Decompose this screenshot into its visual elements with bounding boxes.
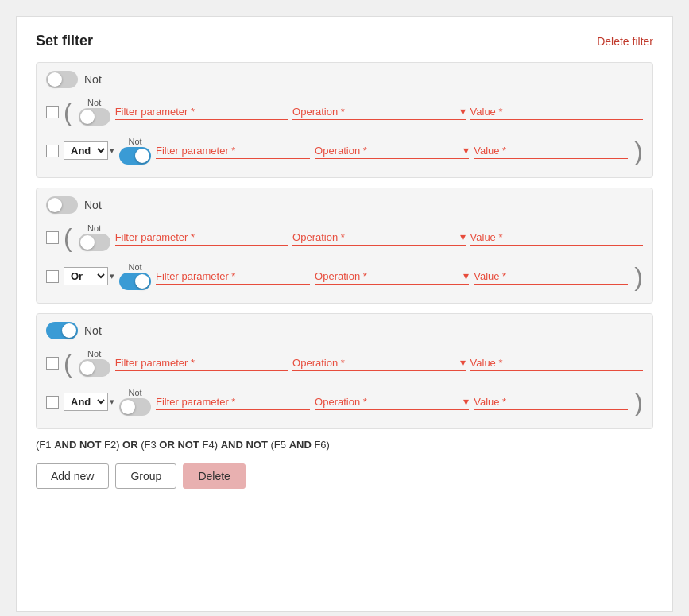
filter-param-input-3-2[interactable] bbox=[156, 394, 310, 410]
filter-groups-container: Not(NotOperation *▾AndOr▾NotOperation *▾… bbox=[36, 62, 653, 429]
panel-title: Set filter bbox=[36, 33, 93, 49]
group-3-not-toggle[interactable] bbox=[46, 322, 78, 339]
row-not-label-3-1: Not bbox=[87, 349, 101, 358]
operation-wrap-1-1: Operation *▾ bbox=[292, 104, 465, 120]
connector-arrow-icon: ▾ bbox=[110, 397, 114, 407]
row-not-wrap-2-2: Not bbox=[119, 262, 151, 290]
filter-param-input-2-2[interactable] bbox=[156, 269, 310, 285]
row-checkbox-2-2[interactable] bbox=[46, 270, 59, 283]
connector-select-2-2[interactable]: AndOr bbox=[64, 267, 108, 285]
formula-text: (F1 AND NOT F2) OR (F3 OR NOT F4) AND NO… bbox=[36, 439, 330, 451]
row-not-label-3-2: Not bbox=[128, 388, 141, 397]
operation-arrow-icon: ▾ bbox=[463, 144, 469, 157]
filter-param-input-3-1[interactable] bbox=[115, 355, 288, 371]
filter-group-3: Not(NotOperation *▾AndOr▾NotOperation *▾… bbox=[36, 313, 653, 429]
row-checkbox-2-1[interactable] bbox=[46, 231, 59, 244]
operation-arrow-icon: ▾ bbox=[460, 356, 466, 369]
add-new-button[interactable]: Add new bbox=[36, 463, 109, 489]
row-not-toggle-3-2[interactable] bbox=[119, 398, 151, 416]
group-2-not-label: Not bbox=[84, 199, 102, 211]
filter-group-2: Not(NotOperation *▾AndOr▾NotOperation *▾… bbox=[36, 188, 653, 304]
filter-row-1-1: (NotOperation *▾ bbox=[46, 95, 643, 129]
paren-close-icon: ) bbox=[634, 389, 643, 415]
operation-arrow-icon: ▾ bbox=[460, 231, 466, 243]
value-input-1-1[interactable] bbox=[470, 104, 643, 120]
row-not-label-1-1: Not bbox=[87, 98, 101, 107]
row-not-toggle-2-2[interactable] bbox=[119, 273, 151, 290]
operation-select-3-2[interactable]: Operation * bbox=[315, 394, 463, 409]
row-not-wrap-3-1: Not bbox=[79, 349, 110, 377]
group-2-header: Not bbox=[46, 196, 643, 214]
row-checkbox-3-1[interactable] bbox=[46, 357, 59, 370]
operation-select-1-2[interactable]: Operation * bbox=[315, 143, 463, 158]
delete-filter-link[interactable]: Delete filter bbox=[597, 35, 653, 48]
filter-param-input-1-1[interactable] bbox=[115, 104, 288, 120]
row-not-label-2-2: Not bbox=[128, 262, 141, 272]
panel-header: Set filter Delete filter bbox=[36, 33, 653, 49]
paren-open-icon: ( bbox=[64, 99, 72, 125]
operation-select-1-1[interactable]: Operation * bbox=[292, 104, 459, 119]
operation-arrow-icon: ▾ bbox=[463, 269, 469, 282]
connector-dropdown-1-2: AndOr▾ bbox=[64, 141, 114, 160]
group-1-header: Not bbox=[46, 71, 643, 88]
operation-select-2-1[interactable]: Operation * bbox=[292, 230, 459, 245]
filter-row-2-1: (NotOperation *▾ bbox=[46, 220, 643, 254]
action-buttons: Add new Group Delete bbox=[36, 463, 653, 489]
connector-arrow-icon: ▾ bbox=[110, 271, 114, 281]
row-not-toggle-1-1[interactable] bbox=[79, 108, 110, 126]
operation-arrow-icon: ▾ bbox=[460, 105, 466, 118]
filter-param-input-1-2[interactable] bbox=[156, 143, 310, 159]
value-input-3-2[interactable] bbox=[474, 394, 628, 410]
row-not-toggle-2-1[interactable] bbox=[79, 234, 110, 251]
group-2-not-toggle[interactable] bbox=[46, 196, 78, 214]
value-input-2-2[interactable] bbox=[474, 269, 628, 285]
row-not-toggle-1-2[interactable] bbox=[119, 147, 151, 165]
operation-wrap-2-1: Operation *▾ bbox=[292, 230, 465, 246]
filter-param-input-2-1[interactable] bbox=[115, 230, 288, 246]
paren-close-icon: ) bbox=[634, 264, 643, 289]
row-not-label-1-2: Not bbox=[128, 137, 141, 146]
row-not-toggle-3-1[interactable] bbox=[79, 359, 110, 377]
row-not-wrap-1-1: Not bbox=[79, 98, 110, 126]
set-filter-panel: Set filter Delete filter Not(NotOperatio… bbox=[16, 16, 673, 612]
formula-display: (F1 AND NOT F2) OR (F3 OR NOT F4) AND NO… bbox=[36, 439, 653, 451]
operation-select-2-2[interactable]: Operation * bbox=[315, 269, 463, 284]
filter-row-3-2: AndOr▾NotOperation *▾) bbox=[46, 385, 643, 419]
paren-open-icon: ( bbox=[64, 225, 72, 250]
filter-row-1-2: AndOr▾NotOperation *▾) bbox=[46, 134, 643, 168]
operation-select-3-1[interactable]: Operation * bbox=[292, 355, 459, 370]
connector-select-1-2[interactable]: AndOr bbox=[64, 141, 108, 160]
connector-select-3-2[interactable]: AndOr bbox=[64, 393, 108, 411]
operation-wrap-2-2: Operation *▾ bbox=[315, 269, 469, 285]
delete-button[interactable]: Delete bbox=[183, 463, 245, 489]
group-3-not-label: Not bbox=[84, 324, 102, 337]
connector-arrow-icon: ▾ bbox=[110, 145, 114, 156]
paren-close-icon: ) bbox=[634, 138, 643, 164]
group-1-not-label: Not bbox=[84, 73, 102, 86]
connector-dropdown-3-2: AndOr▾ bbox=[64, 393, 114, 411]
group-1-not-toggle[interactable] bbox=[46, 71, 78, 88]
connector-dropdown-2-2: AndOr▾ bbox=[64, 267, 114, 285]
row-checkbox-1-1[interactable] bbox=[46, 106, 59, 118]
operation-wrap-3-1: Operation *▾ bbox=[292, 355, 465, 371]
filter-group-1: Not(NotOperation *▾AndOr▾NotOperation *▾… bbox=[36, 62, 653, 178]
paren-open-icon: ( bbox=[64, 351, 72, 376]
row-not-wrap-1-2: Not bbox=[119, 137, 151, 165]
operation-wrap-1-2: Operation *▾ bbox=[315, 143, 469, 159]
operation-arrow-icon: ▾ bbox=[463, 395, 469, 408]
filter-row-3-1: (NotOperation *▾ bbox=[46, 346, 643, 380]
value-input-3-1[interactable] bbox=[470, 355, 643, 371]
group-button[interactable]: Group bbox=[115, 463, 176, 489]
row-not-wrap-2-1: Not bbox=[79, 223, 110, 251]
operation-wrap-3-2: Operation *▾ bbox=[315, 394, 469, 410]
value-input-1-2[interactable] bbox=[474, 143, 628, 159]
row-checkbox-3-2[interactable] bbox=[46, 396, 59, 409]
group-3-header: Not bbox=[46, 322, 643, 339]
row-checkbox-1-2[interactable] bbox=[46, 145, 59, 157]
filter-row-2-2: AndOr▾NotOperation *▾) bbox=[46, 259, 643, 293]
value-input-2-1[interactable] bbox=[470, 230, 643, 246]
row-not-wrap-3-2: Not bbox=[119, 388, 151, 416]
row-not-label-2-1: Not bbox=[87, 223, 101, 233]
